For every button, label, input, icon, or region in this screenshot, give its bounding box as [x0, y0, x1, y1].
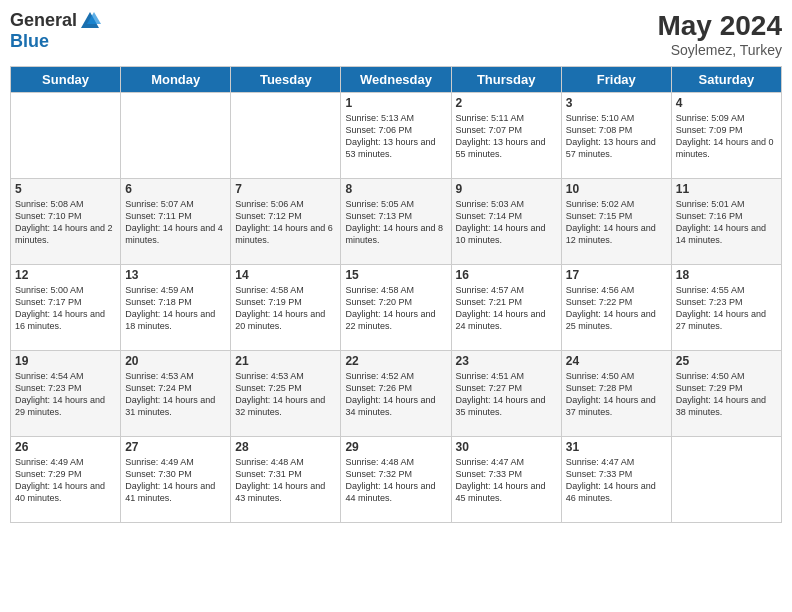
calendar-cell: 9Sunrise: 5:03 AM Sunset: 7:14 PM Daylig…: [451, 179, 561, 265]
day-info: Sunrise: 5:00 AM Sunset: 7:17 PM Dayligh…: [15, 284, 116, 333]
day-number: 10: [566, 182, 667, 196]
logo-blue: Blue: [10, 32, 101, 52]
day-info: Sunrise: 4:52 AM Sunset: 7:26 PM Dayligh…: [345, 370, 446, 419]
calendar-cell: 12Sunrise: 5:00 AM Sunset: 7:17 PM Dayli…: [11, 265, 121, 351]
day-info: Sunrise: 4:50 AM Sunset: 7:28 PM Dayligh…: [566, 370, 667, 419]
day-info: Sunrise: 5:03 AM Sunset: 7:14 PM Dayligh…: [456, 198, 557, 247]
day-number: 1: [345, 96, 446, 110]
day-number: 11: [676, 182, 777, 196]
day-number: 3: [566, 96, 667, 110]
calendar-cell: 28Sunrise: 4:48 AM Sunset: 7:31 PM Dayli…: [231, 437, 341, 523]
day-info: Sunrise: 5:08 AM Sunset: 7:10 PM Dayligh…: [15, 198, 116, 247]
day-number: 6: [125, 182, 226, 196]
col-header-friday: Friday: [561, 67, 671, 93]
day-info: Sunrise: 5:09 AM Sunset: 7:09 PM Dayligh…: [676, 112, 777, 161]
day-info: Sunrise: 5:11 AM Sunset: 7:07 PM Dayligh…: [456, 112, 557, 161]
day-number: 20: [125, 354, 226, 368]
day-number: 2: [456, 96, 557, 110]
calendar-cell: 22Sunrise: 4:52 AM Sunset: 7:26 PM Dayli…: [341, 351, 451, 437]
calendar-cell: 7Sunrise: 5:06 AM Sunset: 7:12 PM Daylig…: [231, 179, 341, 265]
day-info: Sunrise: 4:49 AM Sunset: 7:29 PM Dayligh…: [15, 456, 116, 505]
calendar-cell: 4Sunrise: 5:09 AM Sunset: 7:09 PM Daylig…: [671, 93, 781, 179]
month-title: May 2024: [657, 10, 782, 42]
day-info: Sunrise: 4:58 AM Sunset: 7:19 PM Dayligh…: [235, 284, 336, 333]
calendar-cell: 23Sunrise: 4:51 AM Sunset: 7:27 PM Dayli…: [451, 351, 561, 437]
day-number: 31: [566, 440, 667, 454]
calendar-cell: 21Sunrise: 4:53 AM Sunset: 7:25 PM Dayli…: [231, 351, 341, 437]
day-number: 21: [235, 354, 336, 368]
logo-general: General: [10, 11, 77, 31]
day-info: Sunrise: 4:50 AM Sunset: 7:29 PM Dayligh…: [676, 370, 777, 419]
day-number: 4: [676, 96, 777, 110]
day-number: 28: [235, 440, 336, 454]
day-number: 9: [456, 182, 557, 196]
calendar-cell: 31Sunrise: 4:47 AM Sunset: 7:33 PM Dayli…: [561, 437, 671, 523]
day-number: 15: [345, 268, 446, 282]
calendar-cell: 27Sunrise: 4:49 AM Sunset: 7:30 PM Dayli…: [121, 437, 231, 523]
calendar-cell: 2Sunrise: 5:11 AM Sunset: 7:07 PM Daylig…: [451, 93, 561, 179]
day-info: Sunrise: 5:10 AM Sunset: 7:08 PM Dayligh…: [566, 112, 667, 161]
day-info: Sunrise: 4:59 AM Sunset: 7:18 PM Dayligh…: [125, 284, 226, 333]
day-number: 13: [125, 268, 226, 282]
location-title: Soylemez, Turkey: [657, 42, 782, 58]
calendar-cell: [121, 93, 231, 179]
day-info: Sunrise: 4:57 AM Sunset: 7:21 PM Dayligh…: [456, 284, 557, 333]
calendar-cell: 15Sunrise: 4:58 AM Sunset: 7:20 PM Dayli…: [341, 265, 451, 351]
day-number: 5: [15, 182, 116, 196]
day-info: Sunrise: 5:13 AM Sunset: 7:06 PM Dayligh…: [345, 112, 446, 161]
calendar-cell: 25Sunrise: 4:50 AM Sunset: 7:29 PM Dayli…: [671, 351, 781, 437]
calendar-cell: [231, 93, 341, 179]
calendar-cell: 20Sunrise: 4:53 AM Sunset: 7:24 PM Dayli…: [121, 351, 231, 437]
col-header-thursday: Thursday: [451, 67, 561, 93]
calendar-cell: 6Sunrise: 5:07 AM Sunset: 7:11 PM Daylig…: [121, 179, 231, 265]
calendar-cell: 18Sunrise: 4:55 AM Sunset: 7:23 PM Dayli…: [671, 265, 781, 351]
day-info: Sunrise: 5:05 AM Sunset: 7:13 PM Dayligh…: [345, 198, 446, 247]
calendar-table: SundayMondayTuesdayWednesdayThursdayFrid…: [10, 66, 782, 523]
day-info: Sunrise: 4:47 AM Sunset: 7:33 PM Dayligh…: [566, 456, 667, 505]
calendar-cell: 30Sunrise: 4:47 AM Sunset: 7:33 PM Dayli…: [451, 437, 561, 523]
day-number: 27: [125, 440, 226, 454]
col-header-monday: Monday: [121, 67, 231, 93]
day-number: 22: [345, 354, 446, 368]
calendar-cell: 17Sunrise: 4:56 AM Sunset: 7:22 PM Dayli…: [561, 265, 671, 351]
day-number: 29: [345, 440, 446, 454]
day-number: 30: [456, 440, 557, 454]
title-block: May 2024 Soylemez, Turkey: [657, 10, 782, 58]
calendar-cell: 10Sunrise: 5:02 AM Sunset: 7:15 PM Dayli…: [561, 179, 671, 265]
calendar-cell: 19Sunrise: 4:54 AM Sunset: 7:23 PM Dayli…: [11, 351, 121, 437]
col-header-saturday: Saturday: [671, 67, 781, 93]
day-number: 16: [456, 268, 557, 282]
day-info: Sunrise: 4:54 AM Sunset: 7:23 PM Dayligh…: [15, 370, 116, 419]
calendar-cell: 8Sunrise: 5:05 AM Sunset: 7:13 PM Daylig…: [341, 179, 451, 265]
day-info: Sunrise: 4:51 AM Sunset: 7:27 PM Dayligh…: [456, 370, 557, 419]
day-info: Sunrise: 5:02 AM Sunset: 7:15 PM Dayligh…: [566, 198, 667, 247]
day-number: 14: [235, 268, 336, 282]
calendar-cell: 3Sunrise: 5:10 AM Sunset: 7:08 PM Daylig…: [561, 93, 671, 179]
day-info: Sunrise: 5:06 AM Sunset: 7:12 PM Dayligh…: [235, 198, 336, 247]
col-header-sunday: Sunday: [11, 67, 121, 93]
day-info: Sunrise: 4:56 AM Sunset: 7:22 PM Dayligh…: [566, 284, 667, 333]
page: General Blue May 2024 Soylemez, Turkey S…: [0, 0, 792, 612]
day-info: Sunrise: 4:58 AM Sunset: 7:20 PM Dayligh…: [345, 284, 446, 333]
day-info: Sunrise: 4:48 AM Sunset: 7:31 PM Dayligh…: [235, 456, 336, 505]
calendar-cell: 24Sunrise: 4:50 AM Sunset: 7:28 PM Dayli…: [561, 351, 671, 437]
calendar-cell: 13Sunrise: 4:59 AM Sunset: 7:18 PM Dayli…: [121, 265, 231, 351]
col-header-wednesday: Wednesday: [341, 67, 451, 93]
col-header-tuesday: Tuesday: [231, 67, 341, 93]
calendar-cell: 14Sunrise: 4:58 AM Sunset: 7:19 PM Dayli…: [231, 265, 341, 351]
calendar-cell: [671, 437, 781, 523]
day-info: Sunrise: 4:47 AM Sunset: 7:33 PM Dayligh…: [456, 456, 557, 505]
calendar-cell: 26Sunrise: 4:49 AM Sunset: 7:29 PM Dayli…: [11, 437, 121, 523]
logo-icon: [79, 10, 101, 32]
calendar-cell: 5Sunrise: 5:08 AM Sunset: 7:10 PM Daylig…: [11, 179, 121, 265]
header: General Blue May 2024 Soylemez, Turkey: [10, 10, 782, 58]
day-number: 19: [15, 354, 116, 368]
calendar-cell: 1Sunrise: 5:13 AM Sunset: 7:06 PM Daylig…: [341, 93, 451, 179]
calendar-cell: 11Sunrise: 5:01 AM Sunset: 7:16 PM Dayli…: [671, 179, 781, 265]
day-info: Sunrise: 4:48 AM Sunset: 7:32 PM Dayligh…: [345, 456, 446, 505]
day-info: Sunrise: 4:53 AM Sunset: 7:25 PM Dayligh…: [235, 370, 336, 419]
day-number: 8: [345, 182, 446, 196]
calendar-cell: [11, 93, 121, 179]
day-number: 26: [15, 440, 116, 454]
day-number: 12: [15, 268, 116, 282]
